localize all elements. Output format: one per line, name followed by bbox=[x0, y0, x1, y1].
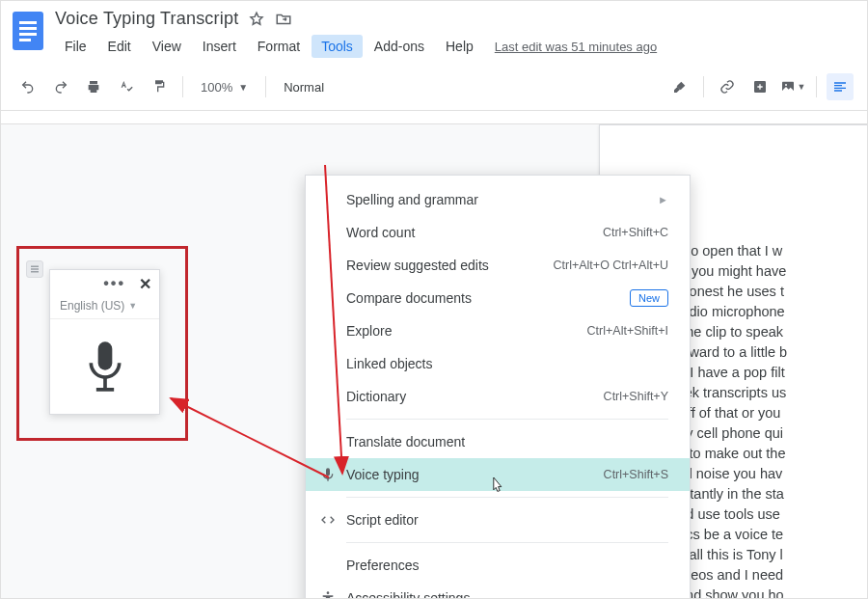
new-badge: New bbox=[630, 289, 668, 307]
chevron-right-icon: ► bbox=[658, 194, 668, 205]
menu-view[interactable]: View bbox=[143, 35, 191, 58]
menu-format[interactable]: Format bbox=[248, 35, 310, 58]
svg-rect-8 bbox=[31, 266, 39, 268]
insert-image-button[interactable]: ▼ bbox=[779, 73, 806, 100]
paragraph-style-select[interactable]: Normal bbox=[276, 80, 332, 95]
menu-tools[interactable]: Tools bbox=[312, 35, 363, 58]
print-button[interactable] bbox=[80, 73, 107, 100]
dd-word-count[interactable]: Word count Ctrl+Shift+C bbox=[306, 216, 690, 249]
undo-button[interactable] bbox=[14, 73, 41, 100]
spellcheck-button[interactable] bbox=[113, 73, 140, 100]
code-icon bbox=[319, 511, 337, 529]
svg-rect-9 bbox=[31, 268, 39, 270]
add-comment-button[interactable] bbox=[746, 73, 773, 100]
menu-help[interactable]: Help bbox=[436, 35, 483, 58]
voice-language-select[interactable]: English (US)▼ bbox=[50, 297, 159, 319]
dd-compare-documents[interactable]: Compare documents New bbox=[306, 282, 690, 314]
mic-icon bbox=[319, 466, 337, 483]
ruler bbox=[1, 111, 867, 124]
svg-point-11 bbox=[327, 591, 330, 594]
dd-preferences[interactable]: Preferences bbox=[306, 549, 690, 582]
star-icon[interactable] bbox=[248, 11, 265, 28]
redo-button[interactable] bbox=[47, 73, 74, 100]
dd-dictionary[interactable]: Dictionary Ctrl+Shift+Y bbox=[306, 380, 690, 413]
menu-separator bbox=[346, 497, 668, 498]
svg-rect-1 bbox=[19, 21, 37, 24]
menubar: File Edit View Insert Format Tools Add-o… bbox=[55, 35, 857, 58]
move-folder-icon[interactable] bbox=[275, 11, 292, 28]
last-edit-link[interactable]: Last edit was 51 minutes ago bbox=[495, 40, 657, 54]
toolbar: 100%▼ Normal ▼ bbox=[1, 64, 867, 111]
voice-typing-widget: ••• ✕ English (US)▼ bbox=[49, 269, 160, 415]
docs-app-icon[interactable] bbox=[11, 9, 45, 53]
dd-translate[interactable]: Translate document bbox=[306, 425, 690, 458]
document-title[interactable]: Voice Typing Transcript bbox=[55, 9, 238, 29]
dd-voice-typing[interactable]: Voice typing Ctrl+Shift+S bbox=[306, 458, 690, 491]
svg-rect-10 bbox=[31, 271, 39, 273]
dd-script-editor[interactable]: Script editor bbox=[306, 504, 690, 536]
svg-point-7 bbox=[785, 84, 787, 86]
dd-spelling-grammar[interactable]: Spelling and grammar ► bbox=[306, 183, 690, 216]
menu-file[interactable]: File bbox=[55, 35, 96, 58]
paint-format-button[interactable] bbox=[146, 73, 173, 100]
voice-widget-collapse-tab[interactable] bbox=[26, 260, 43, 278]
menu-separator bbox=[346, 419, 668, 420]
menu-separator bbox=[346, 542, 668, 543]
accessibility-icon bbox=[319, 589, 337, 599]
highlight-button[interactable] bbox=[666, 73, 693, 100]
voice-mic-button[interactable] bbox=[50, 319, 159, 414]
tools-dropdown-menu: Spelling and grammar ► Word count Ctrl+S… bbox=[305, 175, 691, 599]
svg-rect-2 bbox=[19, 27, 37, 30]
dd-explore[interactable]: Explore Ctrl+Alt+Shift+I bbox=[306, 314, 690, 347]
dd-accessibility[interactable]: Accessibility settings bbox=[306, 582, 690, 599]
svg-rect-3 bbox=[19, 33, 37, 36]
dd-linked-objects[interactable]: Linked objects bbox=[306, 347, 690, 380]
svg-rect-4 bbox=[19, 39, 31, 41]
insert-link-button[interactable] bbox=[714, 73, 741, 100]
zoom-select[interactable]: 100%▼ bbox=[193, 80, 256, 95]
voice-widget-close-icon[interactable]: ✕ bbox=[139, 275, 151, 293]
menu-insert[interactable]: Insert bbox=[193, 35, 246, 58]
menu-edit[interactable]: Edit bbox=[98, 35, 141, 58]
voice-widget-menu-icon[interactable]: ••• bbox=[103, 275, 125, 292]
dd-review-edits[interactable]: Review suggested edits Ctrl+Alt+O Ctrl+A… bbox=[306, 249, 690, 282]
menu-addons[interactable]: Add-ons bbox=[365, 35, 434, 58]
align-left-button[interactable] bbox=[827, 73, 854, 100]
svg-rect-0 bbox=[13, 12, 43, 50]
